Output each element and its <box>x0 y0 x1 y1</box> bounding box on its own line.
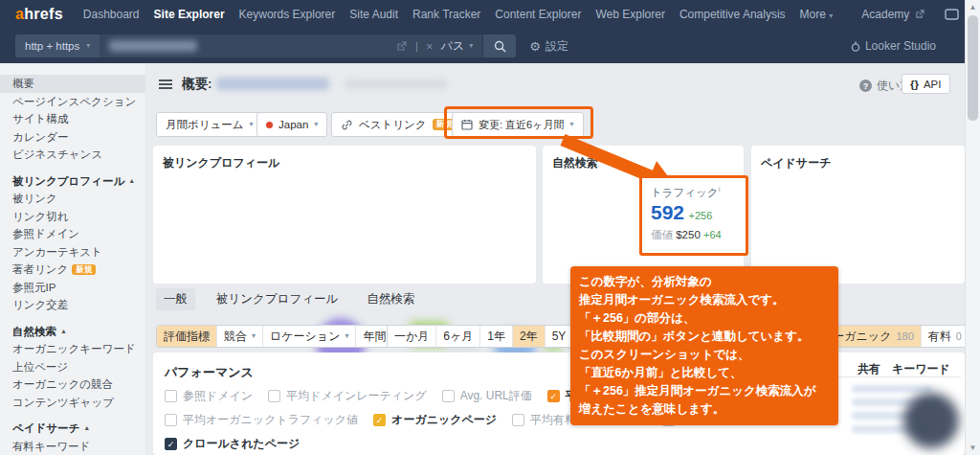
sidebar-item-referring-domains[interactable]: 参照ドメイン <box>0 225 145 243</box>
organic-count: 180 <box>896 330 913 342</box>
sidebar-section-organic-search[interactable]: 自然検索▲ <box>0 323 145 341</box>
search-button[interactable] <box>483 34 516 57</box>
settings-link[interactable]: ⚙ 設定 <box>529 38 568 55</box>
sidebar-item-author-links[interactable]: 著者リンク新規 <box>0 261 145 279</box>
scroll-up-icon[interactable]: ▲ <box>969 3 977 11</box>
paid-search-card: ペイドサーチ <box>751 146 965 284</box>
sidebar-item-content-gap[interactable]: コンテンツギャップ <box>0 394 145 412</box>
looker-studio-link[interactable]: Looker Studio <box>851 39 936 53</box>
nav-site-explorer[interactable]: Site Explorer <box>154 8 225 21</box>
search-bar-row: http + https▾ | × パス▾ ⚙ 設定 Looker Studio <box>0 29 965 63</box>
checkbox-avg-domain-rating[interactable]: 平均ドメインレーティング <box>268 388 427 404</box>
chevron-up-icon: ▲ <box>128 172 135 191</box>
sidebar-item-top-pages[interactable]: 上位ページ <box>0 358 145 376</box>
segment-competitors[interactable]: 競合▾ <box>216 326 262 347</box>
period-1month[interactable]: 一か月 <box>388 326 435 347</box>
sidebar-item-overview[interactable]: 概要 <box>0 75 145 93</box>
period-2years[interactable]: 2年 <box>512 326 545 347</box>
country-dropdown[interactable]: Japan▾ <box>256 112 327 137</box>
url-text-blurred <box>109 40 197 52</box>
annotation-line: 増えたことを意味します。 <box>579 400 830 419</box>
sidebar-item-organic-competitors[interactable]: オーガニックの競合 <box>0 375 145 394</box>
open-target-icon[interactable] <box>396 40 408 52</box>
api-button[interactable]: {} API <box>902 74 950 94</box>
extension-icon[interactable] <box>945 9 959 20</box>
sidebar-item-link-intersect[interactable]: リンク交差 <box>0 296 145 314</box>
ahrefs-logo[interactable]: ahrefs <box>15 6 63 23</box>
paid-search-card-title: ペイドサーチ <box>751 146 965 171</box>
gear-icon: ⚙ <box>529 39 541 54</box>
performance-title: パフォーマンス <box>165 364 254 381</box>
annotation-line: 「直近6か月前」と比較して、 <box>579 364 830 382</box>
period-segment-bar: 一か月 6ヶ月 1年 2年 5Y <box>387 325 590 348</box>
nav-academy[interactable]: Academy <box>861 8 924 21</box>
checkbox-crawled-pages[interactable]: ✓クロールされたページ <box>165 436 300 452</box>
target-url-input[interactable]: | × パス▾ <box>100 34 482 57</box>
sidebar-item-broken-links[interactable]: リンク切れ <box>0 208 145 226</box>
hamburger-menu-icon[interactable] <box>159 80 172 91</box>
page-scrollbar[interactable]: ▲ ▼ <box>965 0 980 455</box>
checkbox-avg-url-rating[interactable]: Avg. URL評価 <box>442 388 532 404</box>
toggle-paid[interactable]: 有料0 <box>921 326 969 347</box>
checkbox-organic-pages[interactable]: ✓オーガニックページ <box>373 412 497 428</box>
chevron-down-icon: ▾ <box>469 42 473 50</box>
overview-tabs: 一般 被リンクプロフィール 自然検索 <box>156 288 422 310</box>
chevron-down-icon: ▾ <box>345 332 348 340</box>
sidebar-item-backlinks[interactable]: 被リンク <box>0 190 145 208</box>
segment-locations[interactable]: ロケーション▾ <box>262 326 355 347</box>
chat-widget-blurred[interactable] <box>903 393 959 448</box>
checkbox-referring-domains[interactable]: 参照ドメイン <box>165 388 253 404</box>
nav-keywords-explorer[interactable]: Keywords Explorer <box>239 8 336 21</box>
tab-backlink-profile[interactable]: 被リンクプロフィール <box>209 288 345 310</box>
value-delta: +64 <box>703 229 722 240</box>
period-1year[interactable]: 1年 <box>479 326 512 347</box>
input-divider: | <box>415 40 418 52</box>
segment-metrics[interactable]: 評価指標 <box>157 326 216 347</box>
checkbox-avg-organic-traffic-value[interactable]: 平均オーガニックトラフィック値 <box>165 412 358 428</box>
calendar-icon <box>461 119 473 130</box>
looker-studio-icon <box>851 40 860 52</box>
period-6months[interactable]: 6ヶ月 <box>435 326 479 347</box>
nav-dashboard[interactable]: Dashboard <box>83 8 140 21</box>
backlink-profile-card-title: 被リンクプロフィール <box>153 146 536 171</box>
sidebar-item-referring-ips[interactable]: 参照元IP <box>0 279 145 297</box>
table-header-share: 共有 <box>858 361 880 377</box>
sidebar-section-backlink-profile[interactable]: 被リンクプロフィール▲ <box>0 172 145 191</box>
table-header-divider <box>819 376 961 377</box>
annotation-line: この数字が、分析対象の <box>579 273 830 291</box>
info-icon[interactable]: i <box>719 185 721 193</box>
clear-input-icon[interactable]: × <box>426 39 434 54</box>
sidebar-item-opportunities[interactable]: ビジネスチャンス <box>0 146 145 164</box>
nav-competitive-analysis[interactable]: Competitive Analysis <box>679 8 786 21</box>
sidebar-item-paid-keywords[interactable]: 有料キーワード <box>0 438 145 455</box>
sidebar-item-page-inspection[interactable]: ページインスペクション <box>0 93 145 111</box>
sidebar-item-anchor-text[interactable]: アンカーテキスト <box>0 243 145 262</box>
sidebar: 概要 ページインスペクション サイト構成 カレンダー ビジネスチャンス 被リンク… <box>0 63 145 455</box>
tab-general[interactable]: 一般 <box>156 288 195 310</box>
checkbox-checked-icon: ✓ <box>165 438 177 450</box>
nav-site-audit[interactable]: Site Audit <box>349 8 398 21</box>
target-domain-blurred <box>216 78 329 90</box>
value-amount: $250 <box>676 229 701 240</box>
tab-organic-search[interactable]: 自然検索 <box>359 288 422 310</box>
sidebar-item-calendar[interactable]: カレンダー <box>0 128 145 147</box>
chevron-down-icon: ▾ <box>250 121 254 128</box>
sidebar-section-paid-search[interactable]: ペイドサーチ▲ <box>0 420 145 438</box>
volume-mode-dropdown[interactable]: 月間ボリューム▾ <box>156 112 263 137</box>
scrollbar-thumb[interactable] <box>968 15 978 121</box>
sidebar-item-site-structure[interactable]: サイト構成 <box>0 110 145 128</box>
comparison-period-dropdown[interactable]: 変更: 直近6ヶ月間▾ <box>452 112 584 137</box>
protocol-dropdown[interactable]: http + https▾ <box>15 34 100 57</box>
path-mode-dropdown[interactable]: パス▾ <box>441 38 474 55</box>
blurred-table-row <box>852 385 932 393</box>
checkbox-icon <box>442 390 455 402</box>
nav-rank-tracker[interactable]: Rank Tracker <box>412 8 480 21</box>
nav-more[interactable]: More ▾ <box>800 8 834 21</box>
sidebar-item-organic-keywords[interactable]: オーガニックキーワード <box>0 340 145 358</box>
ahrefs-site-explorer-screen: ahrefs Dashboard Site Explorer Keywords … <box>0 0 980 455</box>
scroll-down-icon[interactable]: ▼ <box>969 444 977 452</box>
nav-web-explorer[interactable]: Web Explorer <box>595 8 664 21</box>
period-5years[interactable]: 5Y <box>545 326 573 347</box>
search-icon <box>494 40 506 53</box>
nav-content-explorer[interactable]: Content Explorer <box>495 8 581 21</box>
